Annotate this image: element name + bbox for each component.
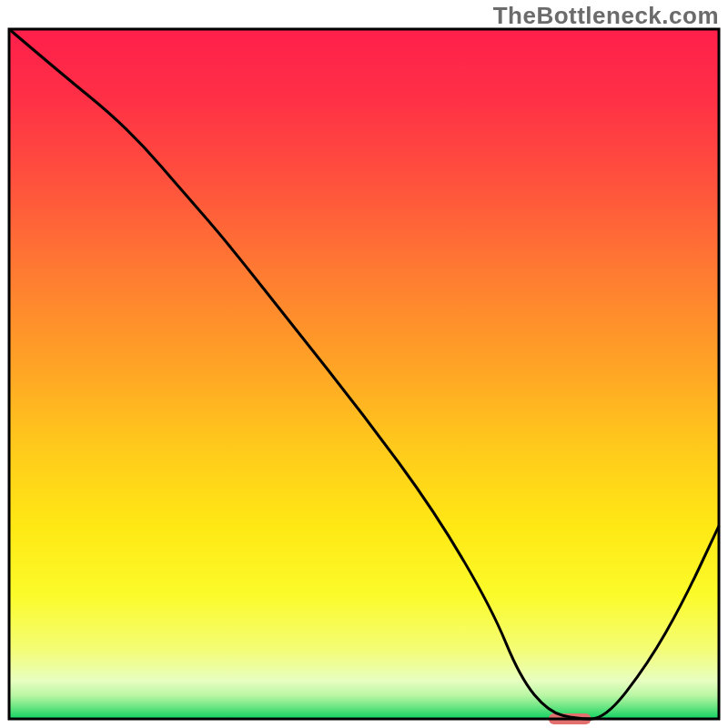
bottleneck-chart [0, 0, 728, 728]
chart-stage: TheBottleneck.com [0, 0, 728, 728]
plot-background [9, 29, 719, 719]
watermark-text: TheBottleneck.com [493, 2, 719, 30]
